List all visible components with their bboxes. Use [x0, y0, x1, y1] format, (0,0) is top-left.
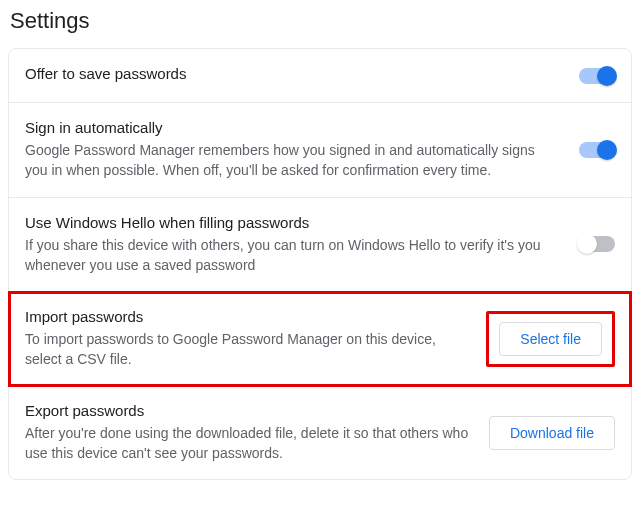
signin-automatically-row: Sign in automatically Google Password Ma… — [9, 103, 631, 198]
row-text: Sign in automatically Google Password Ma… — [25, 119, 559, 181]
toggle-knob — [577, 234, 597, 254]
select-file-highlight: Select file — [486, 311, 615, 367]
import-pw-desc: To import passwords to Google Password M… — [25, 329, 466, 370]
signin-auto-desc: Google Password Manager remembers how yo… — [25, 140, 559, 181]
export-passwords-row: Export passwords After you're done using… — [9, 386, 631, 480]
row-text: Export passwords After you're done using… — [25, 402, 469, 464]
windows-hello-row: Use Windows Hello when filling passwords… — [9, 198, 631, 293]
signin-auto-title: Sign in automatically — [25, 119, 559, 136]
export-pw-desc: After you're done using the downloaded f… — [25, 423, 469, 464]
row-text: Offer to save passwords — [25, 65, 559, 86]
settings-card: Offer to save passwords Sign in automati… — [8, 48, 632, 480]
win-hello-title: Use Windows Hello when filling passwords — [25, 214, 559, 231]
row-text: Import passwords To import passwords to … — [25, 308, 466, 370]
download-file-button[interactable]: Download file — [489, 416, 615, 450]
select-file-button[interactable]: Select file — [499, 322, 602, 356]
win-hello-desc: If you share this device with others, yo… — [25, 235, 559, 276]
signin-auto-toggle[interactable] — [579, 142, 615, 158]
import-passwords-row: Import passwords To import passwords to … — [8, 291, 632, 387]
offer-save-passwords-row: Offer to save passwords — [9, 49, 631, 103]
win-hello-toggle[interactable] — [579, 236, 615, 252]
offer-save-toggle[interactable] — [579, 68, 615, 84]
import-pw-title: Import passwords — [25, 308, 466, 325]
export-pw-title: Export passwords — [25, 402, 469, 419]
page-title: Settings — [0, 0, 640, 48]
toggle-knob — [597, 66, 617, 86]
toggle-knob — [597, 140, 617, 160]
offer-save-title: Offer to save passwords — [25, 65, 559, 82]
row-text: Use Windows Hello when filling passwords… — [25, 214, 559, 276]
